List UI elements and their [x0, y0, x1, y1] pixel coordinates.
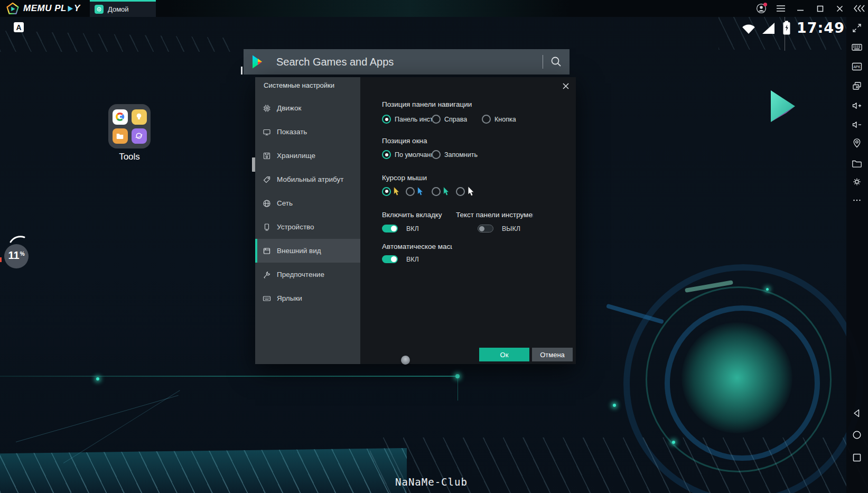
progress-arc [6, 235, 27, 244]
radio-gold-cursor[interactable] [382, 187, 406, 196]
multi-instance-icon[interactable] [851, 80, 863, 92]
menu-item-network[interactable]: Сеть [255, 191, 360, 215]
status-clock: 17:49 [797, 20, 845, 36]
teal-cursor-icon [442, 187, 450, 196]
ime-indicator[interactable]: A [14, 22, 24, 32]
memu-logo-icon [6, 2, 19, 15]
settings-gear-icon[interactable] [851, 176, 863, 188]
search-icon[interactable] [543, 49, 570, 75]
location-icon[interactable] [851, 137, 863, 149]
radio-selected [382, 187, 391, 196]
glow-dot [766, 288, 769, 291]
menu-icon[interactable] [775, 3, 787, 14]
play-store-icon [251, 54, 265, 69]
apk-install-icon[interactable]: APK [851, 61, 863, 72]
radio-blue-cursor[interactable] [406, 187, 432, 196]
toolbar-text-toggle[interactable] [478, 225, 493, 232]
lightbulb-app-icon [132, 109, 147, 125]
progress-unit: % [20, 251, 25, 257]
volume-up-icon[interactable] [851, 100, 863, 111]
menu-item-device[interactable]: Устройство [255, 215, 360, 239]
close-window-icon[interactable] [834, 3, 845, 14]
ok-button[interactable]: Ок [479, 348, 529, 361]
battery-percent-badge[interactable]: 11 % [4, 244, 29, 268]
close-icon[interactable] [561, 81, 571, 91]
window-drag-handle[interactable] [401, 356, 410, 365]
system-settings-dialog: Системные настройки Движок Показать Хран… [255, 77, 576, 364]
radio-right[interactable]: Справа [432, 115, 482, 124]
enable-tab-title: Включить вкладку [382, 211, 451, 219]
back-icon[interactable] [851, 407, 863, 419]
menu-label: Сеть [277, 199, 293, 207]
wallpaper-circuit-line [0, 376, 456, 377]
search-bar[interactable]: Search Games and Apps [244, 49, 570, 75]
radio-default[interactable]: По умолчанию [382, 150, 432, 159]
volume-down-icon[interactable] [851, 119, 863, 131]
wallpaper-circuit-drop [458, 376, 458, 401]
shared-folder-icon[interactable] [851, 158, 863, 170]
nav-position-options: Панель инструментов Справа Кнопка [382, 115, 516, 124]
radio [406, 187, 415, 196]
watermark: NaNaMe-Club [395, 476, 468, 488]
enable-tab-toggle[interactable] [382, 225, 398, 232]
wallpaper-stripes-top-left [0, 31, 238, 52]
gold-cursor-icon [393, 187, 400, 196]
hidden-icon-fragment [241, 67, 242, 75]
radio-teal-cursor[interactable] [432, 187, 456, 196]
menu-label: Движок [277, 104, 301, 112]
shortcuts-icon [263, 294, 271, 303]
google-app-icon [113, 109, 128, 125]
search-placeholder: Search Games and Apps [276, 56, 394, 68]
toggle-state: ВЫКЛ [502, 225, 520, 232]
blue-cursor-icon [416, 187, 424, 196]
radio-button[interactable]: Кнопка [482, 115, 516, 124]
collapse-toolbar-icon[interactable] [853, 3, 865, 14]
menu-item-preference[interactable]: Предпочтение [255, 263, 360, 286]
browser-app-icon [132, 128, 147, 144]
menu-item-storage[interactable]: Хранилище [255, 144, 360, 168]
fullscreen-icon[interactable] [851, 22, 863, 34]
recents-icon[interactable] [851, 452, 863, 463]
radio-remember[interactable]: Запомнить [432, 150, 478, 159]
more-icon[interactable] [851, 194, 863, 206]
glow-dot [96, 377, 99, 380]
menu-label: Ярлыки [277, 294, 302, 302]
menu-label: Устройство [277, 223, 314, 231]
tag-icon [263, 175, 271, 184]
auto-scale-toggle[interactable] [382, 255, 398, 263]
radio-toolbar[interactable]: Панель инструментов [382, 115, 432, 124]
titlebar-sweep [169, 0, 571, 17]
white-cursor-icon [466, 186, 475, 197]
cancel-button[interactable]: Отмена [532, 348, 573, 361]
radio [432, 187, 441, 196]
brand-play-icon [67, 5, 73, 12]
maximize-icon[interactable] [814, 3, 826, 14]
wallpaper-glow [682, 322, 792, 433]
account-icon[interactable] [755, 3, 767, 14]
glow-dot [672, 441, 675, 444]
home-icon[interactable] [851, 429, 863, 441]
menu-item-appearance[interactable]: Внешний вид [255, 239, 360, 263]
tab-home[interactable]: Домой [90, 0, 156, 17]
settings-content-panel: Позиция панели навигации Панель инструме… [360, 77, 576, 364]
folder-label: Tools [108, 152, 151, 162]
menu-item-display[interactable]: Показать [255, 120, 360, 144]
toggle-state: ВКЛ [406, 225, 419, 232]
menu-item-engine[interactable]: Движок [255, 96, 360, 120]
settings-menu: Движок Показать Хранилище Мобильный атри… [255, 96, 360, 310]
keyboard-icon[interactable] [851, 41, 863, 53]
minimize-icon[interactable] [795, 3, 806, 14]
menu-item-shortcuts[interactable]: Ярлыки [255, 286, 360, 310]
window-controls [755, 0, 865, 17]
wifi-icon [741, 22, 757, 37]
menu-item-mobile-attribute[interactable]: Мобильный атрибут [255, 168, 360, 191]
radio-white-cursor[interactable] [456, 186, 475, 197]
menu-label: Хранилище [277, 152, 315, 160]
tools-folder[interactable] [108, 104, 151, 148]
preference-icon [263, 271, 271, 279]
toggle-state: ВКЛ [406, 256, 419, 263]
device-icon [263, 223, 271, 231]
window-position-options: По умолчанию Запомнить [382, 150, 478, 159]
glow-dot [613, 404, 616, 407]
window-position-title: Позиция окна [382, 137, 427, 145]
